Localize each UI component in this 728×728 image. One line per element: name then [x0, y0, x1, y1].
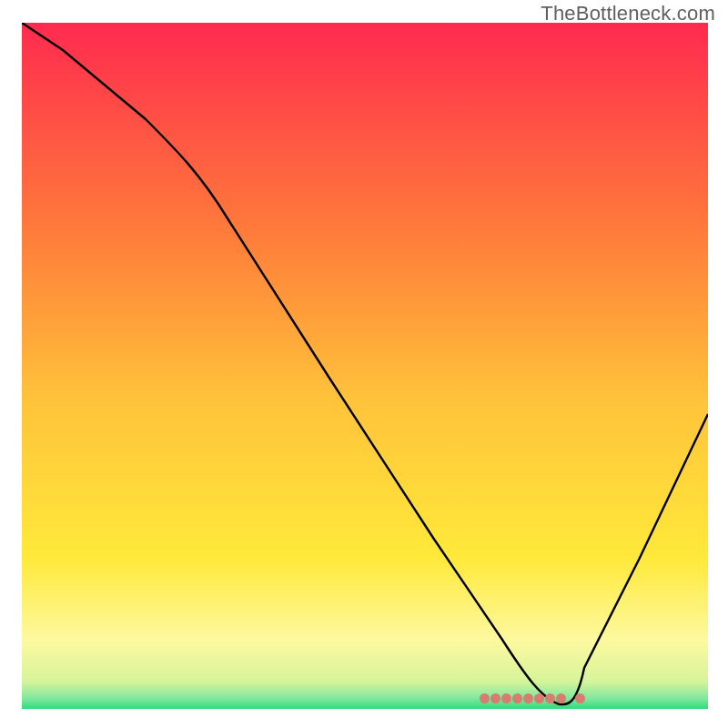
marker-dot — [480, 693, 490, 703]
marker-dot — [545, 693, 555, 703]
gradient-background — [22, 23, 708, 709]
marker-dot — [534, 693, 544, 703]
marker-dot — [490, 693, 500, 703]
marker-dot — [556, 693, 566, 703]
marker-dot — [575, 693, 585, 703]
marker-dot — [501, 693, 511, 703]
chart-plot-area — [22, 23, 708, 709]
chart-svg — [22, 23, 708, 709]
marker-dot — [523, 693, 533, 703]
marker-dot — [512, 693, 522, 703]
marker-cluster — [480, 693, 585, 703]
